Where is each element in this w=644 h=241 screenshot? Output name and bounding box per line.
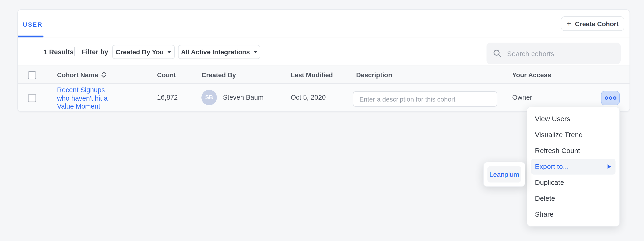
menu-item-delete[interactable]: Delete [527, 190, 619, 206]
created-by-cell: SB Steven Baum [202, 84, 264, 111]
cohorts-card: USER + Create Cohort 1 Results Filter by… [17, 9, 630, 112]
search-input[interactable] [506, 49, 614, 58]
menu-item-refresh-count[interactable]: Refresh Count [527, 142, 619, 158]
row-actions-menu: View Users Visualize Trend Refresh Count… [526, 106, 620, 226]
avatar: SB [202, 90, 217, 105]
submenu-item-leanplum[interactable]: Leanplum [488, 166, 521, 182]
tab-bar: USER + Create Cohort [18, 10, 629, 38]
menu-item-duplicate[interactable]: Duplicate [527, 174, 619, 190]
filter-by-label: Filter by [82, 48, 108, 56]
menu-item-visualize-trend[interactable]: Visualize Trend [527, 127, 619, 142]
cohort-name-header-label: Cohort Name [57, 71, 98, 78]
chevron-down-icon [168, 51, 171, 53]
export-submenu: Leanplum [483, 162, 525, 187]
menu-item-export-to[interactable]: Export to... [531, 158, 615, 174]
sort-icon[interactable] [102, 72, 106, 78]
submenu-arrow-icon [607, 164, 610, 169]
menu-item-view-users[interactable]: View Users [527, 111, 619, 127]
created-by-filter-dropdown[interactable]: Created By You [112, 45, 175, 59]
integrations-filter-dropdown[interactable]: All Active Integrations [178, 45, 260, 59]
chevron-down-icon [254, 51, 257, 53]
table-header-row: Cohort Name Count Created By Last Modifi… [18, 66, 629, 84]
search-icon [493, 49, 502, 58]
integrations-filter-value: All Active Integrations [181, 48, 250, 56]
column-header-cohort-name[interactable]: Cohort Name [57, 66, 106, 83]
description-input[interactable] [353, 91, 497, 107]
active-tab-indicator [18, 36, 44, 38]
column-header-created-by: Created By [202, 66, 236, 83]
menu-item-share[interactable]: Share [527, 206, 619, 222]
toolbar-divider [74, 47, 75, 56]
results-count: 1 Results [44, 48, 74, 56]
more-options-button[interactable] [601, 91, 620, 105]
create-cohort-label: Create Cohort [575, 20, 619, 27]
select-all-checkbox[interactable] [28, 71, 36, 79]
filter-toolbar: 1 Results Filter by Created By You All A… [18, 38, 629, 66]
column-header-count: Count [157, 66, 176, 83]
creator-name: Steven Baum [223, 94, 264, 101]
cohort-name-link[interactable]: Recent Signups who haven't hit a Value M… [57, 86, 119, 111]
last-modified-cell: Oct 5, 2020 [291, 84, 326, 111]
ellipsis-icon [613, 96, 616, 100]
export-to-label: Export to... [535, 162, 569, 170]
ellipsis-icon [609, 96, 612, 100]
create-cohort-button[interactable]: + Create Cohort [561, 16, 624, 31]
column-header-your-access: Your Access [512, 66, 551, 83]
column-header-last-modified: Last Modified [291, 66, 333, 83]
created-by-filter-value: Created By You [116, 48, 164, 56]
column-header-description: Description [356, 66, 392, 83]
ellipsis-icon [604, 96, 608, 100]
cohorts-page: USER + Create Cohort 1 Results Filter by… [0, 0, 644, 241]
cohort-count: 16,872 [157, 84, 178, 111]
row-checkbox[interactable] [28, 94, 36, 102]
plus-icon: + [567, 20, 571, 27]
tab-user[interactable]: USER [23, 21, 42, 28]
search-box[interactable] [486, 43, 621, 64]
